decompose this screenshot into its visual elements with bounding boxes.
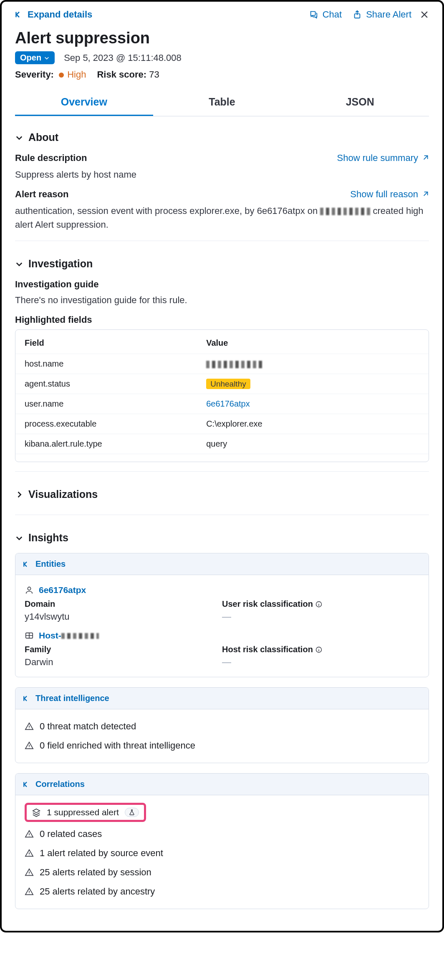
hf-field: agent.status [25,379,206,389]
correlations-panel-toggle[interactable]: Correlations [15,774,429,795]
redacted-value [206,361,265,368]
user-icon [25,585,34,595]
share-alert-label: Share Alert [366,9,411,20]
family-value: Darwin [25,657,222,668]
alert-timestamp: Sep 5, 2023 @ 15:11:48.008 [64,53,182,63]
about-section-toggle[interactable]: About [15,124,429,148]
chevron-down-icon [15,534,23,542]
info-icon[interactable] [315,601,322,608]
hf-value: query [206,439,419,449]
layers-icon [32,808,41,817]
table-row: process.executable C:\explorer.exe [15,414,429,434]
beaker-icon [129,809,135,816]
alert-title: Alert suppression [15,29,429,47]
alert-reason-label: Alert reason [15,189,68,200]
threat-intel-panel-toggle[interactable]: Threat intelligence [15,688,429,709]
popout-icon [421,191,429,198]
correlations-label: Correlations [35,779,85,789]
rule-description-label: Rule description [15,153,87,163]
expand-details-button[interactable]: Expand details [15,9,92,20]
host-risk-value: — [222,657,419,668]
list-item: 25 alerts related by ancestry [25,882,419,901]
highlighted-fields-table: Field Value host.name agent.status Unhea… [15,329,429,462]
list-item: 0 field enriched with threat intelligenc… [25,736,419,755]
chat-button[interactable]: Chat [309,9,342,20]
list-item: 25 alerts related by session [25,863,419,882]
hf-col-value: Value [206,338,419,348]
show-rule-summary-button[interactable]: Show rule summary [337,153,429,163]
suppressed-alert-highlight: 1 suppressed alert [25,803,146,822]
host-icon [25,631,34,640]
warning-icon [25,722,34,731]
status-label: Open [20,53,41,63]
entities-label: Entities [35,559,66,569]
warning-icon [25,829,34,839]
tab-table[interactable]: Table [153,89,291,116]
warning-icon [25,868,34,877]
hf-field: host.name [25,359,206,369]
investigation-section-toggle[interactable]: Investigation [15,250,429,275]
info-icon[interactable] [315,646,322,653]
domain-value: y14vlswytu [25,611,222,622]
entities-panel-toggle[interactable]: Entities [15,553,429,575]
about-title: About [28,131,58,143]
redacted-host [61,633,99,639]
show-rule-summary-label: Show rule summary [337,153,418,163]
corr-item-0: 0 related cases [40,829,102,839]
family-label: Family [25,645,222,654]
status-badge-unhealthy: Unhealthy [206,379,250,389]
insights-section-toggle[interactable]: Insights [15,524,429,549]
visualizations-title: Visualizations [28,488,98,500]
table-row: kibana.alert.rule.type query [15,434,429,454]
entity-host-link[interactable]: Host- [39,631,99,641]
list-item: 0 threat match detected [25,717,419,736]
share-icon [353,10,362,19]
user-risk-label: User risk classification [222,599,313,609]
show-full-reason-button[interactable]: Show full reason [350,189,429,200]
chevrons-left-icon [15,10,23,19]
corr-item-3: 25 alerts related by ancestry [40,886,155,897]
rule-description-text: Suppress alerts by host name [15,168,429,181]
chevron-down-icon [15,260,23,268]
chevron-right-icon [15,490,23,499]
suppressed-alert-text: 1 suppressed alert [47,807,119,817]
chevrons-left-icon [23,695,30,702]
host-risk-label: Host risk classification [222,645,313,654]
user-name-link[interactable]: 6e6176atpx [206,399,250,408]
investigation-guide-text: There's no investigation guide for this … [15,293,429,307]
severity-value: High [67,69,86,80]
chat-icon [309,10,318,19]
beta-badge [125,808,139,817]
list-item: 1 alert related by source event [25,844,419,863]
close-button[interactable] [420,10,429,19]
table-row: agent.status Unhealthy [15,374,429,394]
show-full-reason-label: Show full reason [350,189,418,200]
corr-item-1: 1 alert related by source event [40,848,163,859]
alert-reason-text: authentication, session event with proce… [15,204,429,231]
hf-value: C:\explorer.exe [206,419,419,429]
chevron-down-icon [15,133,23,142]
chevrons-left-icon [23,781,30,788]
share-alert-button[interactable]: Share Alert [353,9,411,20]
entity-user-link[interactable]: 6e6176atpx [39,585,86,595]
chevrons-left-icon [23,560,30,568]
corr-item-2: 25 alerts related by session [40,867,151,878]
host-prefix: Host- [39,631,61,640]
highlighted-fields-title: Highlighted fields [15,314,429,325]
svg-point-1 [28,587,30,590]
user-risk-value: — [222,611,419,622]
tab-json[interactable]: JSON [291,89,429,116]
hf-col-field: Field [25,338,206,348]
warning-icon [25,849,34,858]
severity-dot-icon [59,73,64,78]
insights-title: Insights [28,532,68,544]
investigation-guide-label: Investigation guide [15,279,429,290]
hf-field: kibana.alert.rule.type [25,439,206,449]
risk-score-value: 73 [149,69,159,80]
tab-overview[interactable]: Overview [15,89,153,116]
popout-icon [421,154,429,162]
status-badge[interactable]: Open [15,51,55,64]
table-row: user.name 6e6176atpx [15,394,429,414]
warning-icon [25,887,34,896]
visualizations-section-toggle[interactable]: Visualizations [15,481,429,505]
